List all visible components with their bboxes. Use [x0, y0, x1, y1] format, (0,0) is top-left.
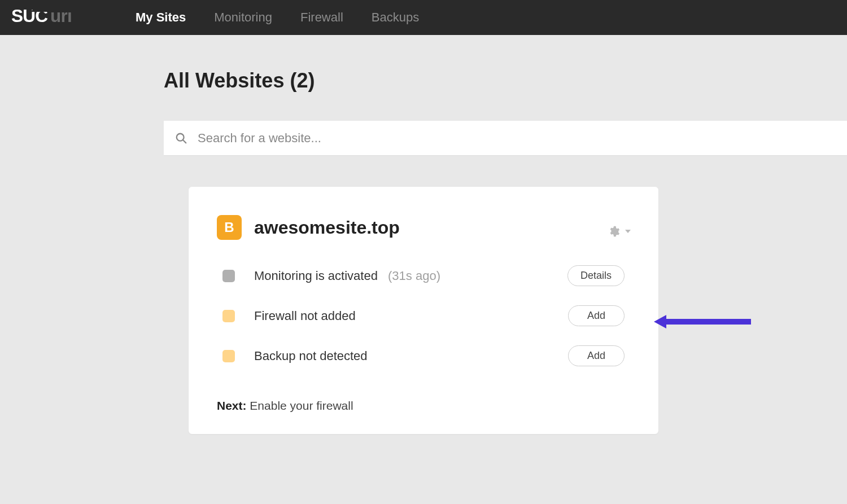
- svg-marker-2: [30, 6, 90, 12]
- status-time: (31s ago): [388, 269, 440, 283]
- top-nav: SUC uri My Sites Monitoring Firewall Bac…: [0, 0, 847, 35]
- site-card: B awesomesite.top Monitoring is activate…: [189, 187, 658, 434]
- next-step: Next: Enable your firewall: [217, 399, 630, 413]
- status-row-firewall: Firewall not added Add: [217, 305, 630, 326]
- nav-items: My Sites Monitoring Firewall Backups: [136, 10, 419, 25]
- svg-line-4: [183, 139, 186, 143]
- status-label: Monitoring is activated: [254, 269, 378, 283]
- svg-marker-5: [625, 230, 631, 233]
- next-label: Next:: [217, 399, 247, 412]
- logo[interactable]: SUC uri: [11, 3, 104, 29]
- add-backup-button[interactable]: Add: [568, 345, 625, 366]
- nav-item-backups[interactable]: Backups: [372, 10, 419, 25]
- status-row-backup: Backup not detected Add: [217, 345, 630, 366]
- site-settings-menu[interactable]: [608, 225, 631, 238]
- page-title: All Websites (2): [164, 69, 847, 93]
- status-label: Backup not detected: [254, 349, 368, 363]
- page-content: All Websites (2) B awesomesite.top Monit…: [0, 35, 847, 434]
- status-label: Firewall not added: [254, 309, 356, 323]
- nav-item-monitoring[interactable]: Monitoring: [214, 10, 272, 25]
- site-name[interactable]: awesomesite.top: [254, 217, 400, 238]
- nav-item-my-sites[interactable]: My Sites: [136, 10, 186, 25]
- search-input[interactable]: [198, 131, 836, 146]
- search-bar[interactable]: [164, 121, 847, 156]
- status-row-monitoring: Monitoring is activated (31s ago) Detail…: [217, 265, 630, 286]
- status-icon: [222, 270, 235, 282]
- site-badge: B: [217, 215, 242, 240]
- gear-icon: [608, 225, 620, 238]
- next-text: Enable your firewall: [250, 399, 353, 412]
- status-text: Firewall not added: [254, 309, 568, 323]
- sucuri-logo-icon: SUC uri: [11, 3, 104, 29]
- status-icon: [222, 350, 235, 362]
- card-header: B awesomesite.top: [217, 215, 630, 240]
- status-text: Backup not detected: [254, 349, 568, 363]
- add-firewall-button[interactable]: Add: [568, 305, 625, 326]
- nav-item-firewall[interactable]: Firewall: [300, 10, 343, 25]
- caret-down-icon: [625, 228, 631, 235]
- search-icon: [175, 132, 187, 144]
- status-text: Monitoring is activated (31s ago): [254, 269, 567, 283]
- details-button[interactable]: Details: [567, 265, 625, 286]
- status-icon: [222, 310, 235, 322]
